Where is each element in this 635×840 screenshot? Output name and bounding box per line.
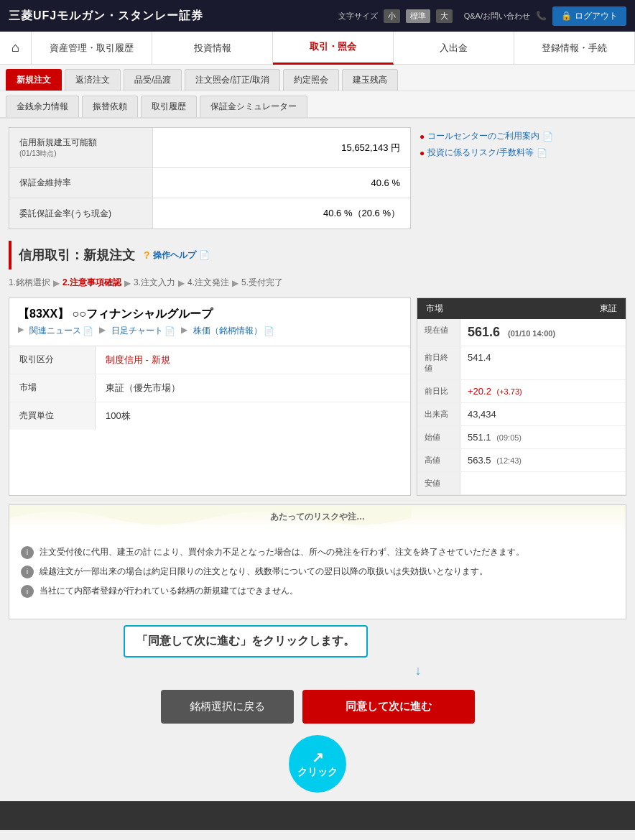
prev-close-value: 541.4 (460, 346, 626, 379)
lot-value: 100株 (96, 402, 141, 430)
market-row-low: 安値 (417, 472, 626, 495)
tab-position-balance[interactable]: 建玉残高 (342, 69, 398, 91)
market-label: 市場 (9, 374, 96, 402)
step-arrow-3: ▶ (178, 278, 185, 288)
click-bubble-wrapper: ↗ クリック (289, 735, 346, 793)
font-medium-button[interactable]: 標準 (406, 9, 430, 23)
notice-item-3: i 当社にて内部者登録が行われている銘柄の新規建てはできません。 (21, 584, 614, 598)
tab-new-order[interactable]: 新規注文 (6, 69, 62, 91)
bullet-icon: ● (420, 131, 425, 142)
step-1: 1.銘柄選択 (9, 277, 50, 289)
tab2-simulator[interactable]: 保証金シミュレーター (200, 96, 307, 117)
wave-bottom-gap (9, 531, 626, 537)
chart-link[interactable]: 日足チャート 📄 (111, 325, 175, 337)
step-arrow-1: ▶ (53, 278, 60, 288)
news-link[interactable]: 関連ニュース 📄 (29, 325, 93, 337)
stock-header: 【83XX】 ○○フィナンシャルグループ ▶ 関連ニュース 📄 ▶ 日足チャート… (9, 298, 410, 346)
credit-value: 15,652,143 円 (153, 128, 410, 167)
wave-banner-text: あたってのリスクや注… (9, 511, 626, 523)
notice-content: i 注文受付後に代用、建玉の計 により、買付余力不足となった場合は、所への発注を… (9, 537, 626, 613)
info-section: 信用新規建玉可能額 (01/13時点) 15,652,143 円 保証金維持率 … (9, 127, 626, 229)
margin-rate-value: 40.6 % (153, 168, 410, 198)
margin-info-table: 信用新規建玉可能額 (01/13時点) 15,652,143 円 保証金維持率 … (9, 127, 411, 229)
home-button[interactable]: ⌂ (0, 32, 32, 65)
volume-value: 43,434 (460, 403, 626, 425)
price-link[interactable]: 株価（銘柄情報） 📄 (193, 325, 274, 337)
market-value-detail: 東証（優先市場） (96, 374, 190, 402)
current-time: (01/10 14:00) (508, 329, 555, 338)
callout-box: 「同意して次に進む」をクリックします。 (124, 625, 368, 657)
market-row-high: 高値 563.5 (12:43) (417, 449, 626, 472)
notice-container: あたってのリスクや注… i 注文受付後に代用、建玉の計 により、買付余力不足とな… (9, 504, 626, 619)
step-5: 5.受付完了 (241, 277, 283, 289)
header: 三菱UFJモルガン・スタンレー証券 文字サイズ 小 標準 大 Q&A/お問い合わ… (0, 0, 635, 32)
nav-deposits[interactable]: 入出金 (394, 32, 514, 65)
stock-detail-market: 市場 東証（優先市場） (9, 374, 410, 402)
logo: 三菱UFJモルガン・スタンレー証券 (9, 9, 203, 24)
volume-label: 出来高 (417, 403, 460, 425)
high-value: 563.5 (12:43) (460, 449, 626, 471)
main-nav: ⌂ 資産管理・取引履歴 投資情報 取引・照会 入出金 登録情報・手続 (0, 32, 635, 65)
open-time: (09:05) (496, 433, 522, 442)
current-label: 現在値 (417, 319, 460, 346)
stock-links: ▶ 関連ニュース 📄 ▶ 日足チャート 📄 ▶ 株価（銘柄情報） 📄 (18, 325, 402, 337)
nav-trade-inquiry[interactable]: 取引・照会 (273, 32, 394, 65)
open-label: 始値 (417, 426, 460, 448)
wave-top: あたってのリスクや注… (9, 505, 626, 531)
tab-receive-deliver[interactable]: 品受/品渡 (124, 69, 182, 91)
sub-tabs: 新規注文 返済注文 品受/品渡 注文照会/訂正/取消 約定照会 建玉残高 (0, 65, 635, 91)
tab2-history[interactable]: 取引履歴 (141, 96, 197, 117)
click-bubble: ↗ クリック (289, 735, 346, 793)
notice-text-1: 注文受付後に代用、建玉の計 により、買付余力不足となった場合は、所への発注を行わ… (40, 545, 614, 559)
trade-type-label: 取引区分 (9, 346, 96, 374)
market-row-volume: 出来高 43,434 (417, 403, 626, 426)
market-row-prev-close: 前日終値 541.4 (417, 346, 626, 380)
margin-rate-label: 保証金維持率 (9, 168, 153, 198)
notice-item-1: i 注文受付後に代用、建玉の計 により、買付余力不足となった場合は、所への発注を… (21, 545, 614, 559)
lock-icon: 🔒 (561, 11, 572, 21)
click-arrow-icon: ↗ (312, 749, 324, 766)
font-small-button[interactable]: 小 (384, 9, 400, 23)
notice-item-2: i 繰越注文が一部出来の場合は約定日限りの注文となり、残数帯についての翌日以降の… (21, 565, 614, 578)
nav-asset-management[interactable]: 資産管理・取引履歴 (32, 32, 152, 65)
tab2-transfer[interactable]: 振替依頼 (82, 96, 138, 117)
market-panel: 市場 東証 現在値 561.6 (01/10 14:00) 前日終値 541.4… (417, 297, 626, 496)
stock-detail-trade-type: 取引区分 制度信用 - 新規 (9, 346, 410, 374)
logout-button[interactable]: 🔒 ログアウト (552, 6, 626, 26)
market-panel-header: 市場 東証 (417, 298, 626, 319)
notice-text-2: 繰越注文が一部出来の場合は約定日限りの注文となり、残数帯についての翌日以降の取扱… (40, 565, 614, 578)
notice-icon-1: i (21, 546, 34, 559)
help-icon: ? (144, 249, 150, 261)
back-button[interactable]: 銘柄選択に戻る (161, 690, 294, 724)
tab2-cash-balance[interactable]: 金銭余力情報 (6, 96, 79, 117)
stock-detail-lot: 売買単位 100株 (9, 402, 410, 430)
help-link[interactable]: ? 操作ヘルプ 📄 (144, 249, 210, 262)
side-links: ● コールセンターのご利用案内 📄 ● 投資に係るリスク/手数料等 📄 (420, 127, 626, 229)
doc-icon3: 📄 (199, 250, 210, 260)
open-value: 551.1 (09:05) (460, 426, 626, 448)
risk-link[interactable]: ● 投資に係るリスク/手数料等 📄 (420, 147, 626, 159)
high-label: 高値 (417, 449, 460, 471)
step-arrow-4: ▶ (232, 278, 238, 288)
home-icon: ⌂ (11, 40, 19, 55)
font-large-button[interactable]: 大 (436, 9, 453, 23)
trade-type-value: 制度信用 - 新規 (96, 346, 180, 374)
qa-link[interactable]: Q&A/お問い合わせ (464, 11, 530, 22)
market-row-open: 始値 551.1 (09:05) (417, 426, 626, 449)
step-2: 2.注意事項確認 (62, 277, 121, 289)
call-center-link[interactable]: ● コールセンターのご利用案内 📄 (420, 130, 626, 142)
nav-investment-info[interactable]: 投資情報 (152, 32, 273, 65)
market-row-day-change: 前日比 +20.2 (+3.73) (417, 380, 626, 403)
credit-label: 信用新規建玉可能額 (01/13時点) (9, 128, 153, 167)
tab-order-inquiry[interactable]: 注文照会/訂正/取消 (185, 69, 280, 91)
notice-text-3: 当社にて内部者登録が行われている銘柄の新規建てはできません。 (40, 584, 614, 598)
tab-repay-order[interactable]: 返済注文 (65, 69, 121, 91)
deposit-rate-label: 委託保証金率(うち現金) (9, 198, 153, 229)
content: 信用新規建玉可能額 (01/13時点) 15,652,143 円 保証金維持率 … (0, 119, 635, 801)
doc-icon2: 📄 (537, 148, 547, 158)
tab-execution-inquiry[interactable]: 約定照会 (283, 69, 339, 91)
nav-registration[interactable]: 登録情報・手続 (514, 32, 635, 65)
day-change-note: (+3.73) (497, 387, 522, 396)
agree-button[interactable]: 同意して次に進む (302, 690, 475, 724)
info-row-margin-rate: 保証金維持率 40.6 % (9, 168, 410, 198)
